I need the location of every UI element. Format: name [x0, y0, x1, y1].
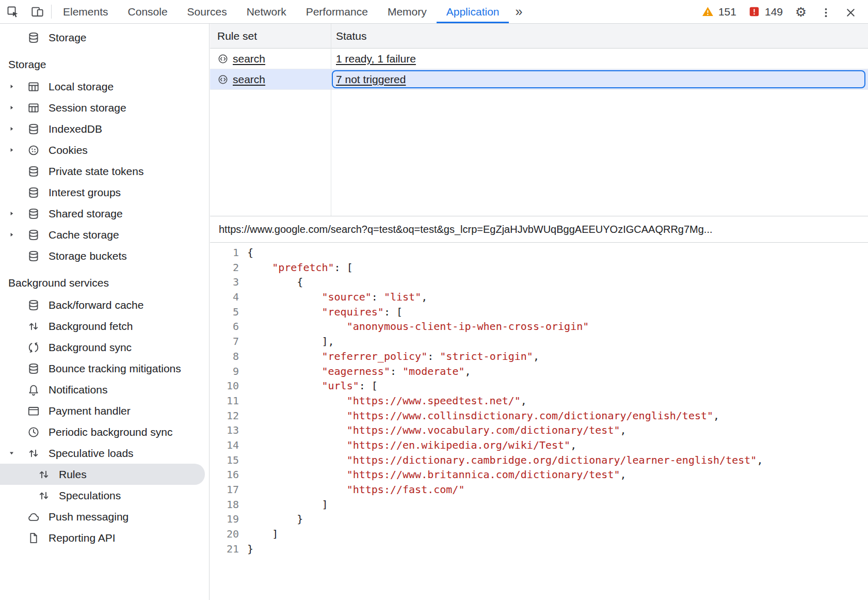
- chevron-down-icon[interactable]: [8, 450, 27, 456]
- errors-counter[interactable]: 149: [743, 5, 787, 18]
- code-text: }: [247, 542, 253, 557]
- kebab-menu-icon: [819, 6, 832, 19]
- code-line: 9 "eagerness": "moderate",: [210, 364, 868, 379]
- tab-elements[interactable]: Elements: [53, 0, 118, 23]
- sidebar-item-payment-handler[interactable]: Payment handler: [0, 400, 209, 421]
- code-line: 18 ]: [210, 497, 868, 512]
- line-number: 6: [210, 319, 247, 334]
- database-icon: [27, 362, 40, 375]
- inspect-element-button[interactable]: [0, 0, 25, 23]
- sidebar-item-bounce-tracking-mitigations[interactable]: Bounce tracking mitigations: [0, 358, 209, 379]
- code-text: "prefetch": [: [247, 260, 353, 275]
- column-header-status: Status: [331, 30, 868, 42]
- more-options-button[interactable]: [814, 0, 837, 24]
- devtools-window: Elements Console Sources Network Perform…: [0, 0, 868, 600]
- code-text: "https://www.britannica.com/dictionary/t…: [247, 467, 626, 482]
- sidebar-item-reporting-api[interactable]: Reporting API: [0, 527, 209, 548]
- sidebar-item-shared-storage[interactable]: Shared storage: [0, 203, 209, 224]
- line-number: 2: [210, 260, 247, 275]
- code-text: ]: [247, 497, 328, 512]
- code-line: 11 "https://www.speedtest.net/",: [210, 393, 868, 408]
- speculative-loads-rules-panel: Rule set Status search 1 ready, 1 failur…: [210, 24, 868, 600]
- status-link[interactable]: 1 ready, 1 failure: [336, 53, 416, 65]
- chevron-right-icon[interactable]: [8, 210, 27, 217]
- document-icon: [27, 531, 40, 545]
- code-line: 12 "https://www.collinsdictionary.com/di…: [210, 408, 868, 423]
- database-icon: [27, 186, 40, 199]
- chevron-right-icon[interactable]: [8, 125, 27, 132]
- settings-gear-button[interactable]: ⚙: [790, 0, 812, 24]
- up-down-arrows-icon: [37, 468, 51, 481]
- sidebar-item-push-messaging[interactable]: Push messaging: [0, 506, 209, 527]
- code-text: }: [247, 512, 303, 527]
- sidebar-item-local-storage[interactable]: Local storage: [0, 76, 209, 97]
- sidebar-item-background-fetch[interactable]: Background fetch: [0, 315, 209, 337]
- chevron-right-icon[interactable]: [8, 147, 27, 153]
- sidebar-item-speculative-loads[interactable]: Speculative loads: [0, 443, 209, 464]
- close-devtools-button[interactable]: [839, 0, 862, 24]
- sidebar-item-rules[interactable]: Rules: [0, 464, 205, 485]
- json-source-viewer: 1 { 2 "prefetch": [ 3 { 4 "sour: [210, 243, 868, 600]
- sidebar-item-private-state-tokens[interactable]: Private state tokens: [0, 161, 209, 182]
- warning-triangle-icon: [701, 5, 714, 18]
- clock-icon: [27, 425, 40, 439]
- warnings-counter[interactable]: 151: [697, 5, 741, 18]
- chevron-right-icon[interactable]: [8, 83, 27, 90]
- sidebar-item-storage-overview[interactable]: Storage: [0, 27, 209, 48]
- database-icon: [27, 165, 40, 178]
- code-line: 8 "referrer_policy": "strict-origin",: [210, 349, 868, 364]
- line-number: 19: [210, 512, 247, 527]
- rule-set-link[interactable]: search: [233, 73, 265, 86]
- up-down-arrows-icon: [37, 489, 51, 502]
- more-tabs-button[interactable]: »: [509, 0, 528, 23]
- line-number: 15: [210, 453, 247, 468]
- rule-set-link[interactable]: search: [233, 53, 265, 65]
- device-toolbar-icon: [30, 5, 44, 19]
- status-link[interactable]: 7 not triggered: [336, 73, 406, 86]
- line-number: 3: [210, 275, 247, 290]
- sidebar-item-storage-buckets[interactable]: Storage buckets: [0, 245, 209, 266]
- application-panel-sidebar: Storage Storage Local storage Session st…: [0, 24, 210, 600]
- rule-set-row-selected[interactable]: search 7 not triggered: [210, 69, 868, 90]
- database-icon: [27, 228, 40, 242]
- tab-memory[interactable]: Memory: [378, 0, 437, 23]
- warning-count: 151: [718, 6, 736, 18]
- sidebar-item-periodic-background-sync[interactable]: Periodic background sync: [0, 421, 209, 443]
- database-icon: [27, 31, 40, 44]
- sidebar-item-speculations[interactable]: Speculations: [0, 485, 209, 506]
- payment-card-icon: [27, 404, 40, 418]
- sidebar-item-notifications[interactable]: Notifications: [0, 379, 209, 400]
- code-line: 5 "requires": [: [210, 305, 868, 320]
- sidebar-item-interest-groups[interactable]: Interest groups: [0, 182, 209, 203]
- up-down-arrows-icon: [27, 447, 40, 460]
- tab-application[interactable]: Application: [437, 0, 509, 23]
- sidebar-item-indexeddb[interactable]: IndexedDB: [0, 118, 209, 139]
- device-toolbar-button[interactable]: [25, 0, 50, 23]
- tab-console[interactable]: Console: [118, 0, 178, 23]
- code-line: 7 ],: [210, 334, 868, 349]
- error-icon: [748, 5, 761, 18]
- code-line: 1 {: [210, 245, 868, 260]
- code-text: "urls": [: [247, 378, 378, 393]
- code-text: ]: [247, 527, 278, 542]
- error-count: 149: [765, 6, 783, 18]
- sidebar-item-cookies[interactable]: Cookies: [0, 139, 209, 161]
- rule-set-row[interactable]: search 1 ready, 1 failure: [210, 49, 868, 69]
- column-header-rule-set: Rule set: [210, 30, 331, 42]
- sidebar-item-back-forward-cache[interactable]: Back/forward cache: [0, 294, 209, 315]
- sidebar-item-session-storage[interactable]: Session storage: [0, 97, 209, 118]
- sidebar-item-background-sync[interactable]: Background sync: [0, 337, 209, 358]
- code-line: 13 "https://www.vocabulary.com/dictionar…: [210, 423, 868, 438]
- line-number: 14: [210, 438, 247, 453]
- code-text: "source": "list",: [247, 290, 427, 305]
- line-number: 17: [210, 482, 247, 497]
- code-text: "https://en.wikipedia.org/wiki/Test",: [247, 438, 576, 453]
- chevron-right-icon[interactable]: [8, 231, 27, 238]
- status-cell-focus-ring: [332, 70, 865, 88]
- chevron-right-icon[interactable]: [8, 104, 27, 111]
- tab-network[interactable]: Network: [237, 0, 296, 23]
- tab-sources[interactable]: Sources: [178, 0, 237, 23]
- sidebar-item-cache-storage[interactable]: Cache storage: [0, 224, 209, 245]
- code-line: 21 }: [210, 542, 868, 557]
- tab-performance[interactable]: Performance: [296, 0, 378, 23]
